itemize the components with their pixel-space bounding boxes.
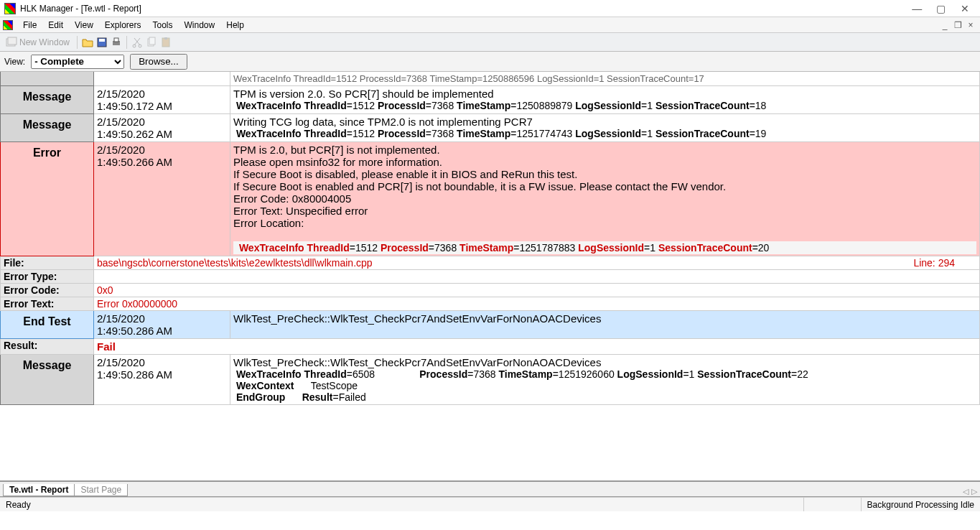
- menu-explorers[interactable]: Explorers: [99, 19, 147, 32]
- svg-rect-5: [114, 38, 118, 42]
- open-icon[interactable]: [82, 37, 93, 48]
- tab-report[interactable]: Te.wtl - Report: [3, 484, 75, 496]
- save-icon[interactable]: [96, 37, 108, 48]
- paste-icon[interactable]: [160, 37, 172, 48]
- tab-next-button[interactable]: ▷: [971, 487, 977, 496]
- log-row: Message 2/15/20201:49:50.262 AM Writing …: [1, 114, 980, 142]
- row-message: Writing TCG log data, since TPM2.0 is no…: [233, 116, 976, 128]
- endtest-row: End Test 2/15/20201:49:50.286 AM WlkTest…: [1, 311, 980, 339]
- row-type: Message: [1, 86, 94, 114]
- filter-bar: View: - Complete Browse...: [0, 52, 980, 72]
- svg-rect-9: [149, 37, 155, 45]
- row-type: Message: [1, 114, 94, 142]
- log-row: Message 2/15/20201:49:50.286 AM WlkTest_…: [1, 355, 980, 405]
- toolbar: New Window: [0, 33, 980, 52]
- status-bg: Background Processing Idle: [861, 498, 980, 511]
- mdi-restore-button[interactable]: ❐: [951, 20, 964, 30]
- row-trace: WexTraceInfo ThreadId=1512 ProcessId=736…: [233, 100, 976, 111]
- menu-tools[interactable]: Tools: [147, 19, 179, 32]
- print-icon[interactable]: [111, 37, 122, 48]
- new-window-icon: [6, 37, 17, 48]
- app-icon-small: [3, 20, 13, 30]
- log-row: Message 2/15/20201:49:50.172 AM TPM is v…: [1, 86, 980, 114]
- close-button[interactable]: ✕: [954, 3, 976, 14]
- tab-prev-button[interactable]: ◁: [963, 487, 969, 496]
- status-ready: Ready: [0, 498, 803, 511]
- view-label: View:: [4, 57, 25, 67]
- mdi-close-button[interactable]: ×: [964, 20, 977, 30]
- menu-edit[interactable]: Edit: [42, 19, 69, 32]
- svg-rect-11: [164, 37, 167, 39]
- status-bar: Ready Background Processing Idle: [0, 497, 980, 511]
- row-trace: WexTraceInfo ThreadId=1512 ProcessId=736…: [233, 128, 976, 139]
- menu-help[interactable]: Help: [220, 19, 250, 32]
- document-tabs: Te.wtl - Report Start Page ◁▷: [0, 481, 980, 497]
- browse-button[interactable]: Browse...: [130, 54, 187, 70]
- svg-rect-3: [99, 39, 105, 42]
- row-message: TPM is version 2.0. So PCR[7] should be …: [233, 88, 976, 100]
- maximize-button[interactable]: ▢: [930, 3, 952, 14]
- menu-bar: File Edit View Explorers Tools Window He…: [0, 17, 980, 33]
- new-window-button[interactable]: New Window: [3, 37, 73, 48]
- menu-window[interactable]: Window: [179, 19, 221, 32]
- row-type: Error: [1, 142, 94, 256]
- title-bar: HLK Manager - [Te.wtl - Report] — ▢ ✕: [0, 0, 980, 17]
- tab-startpage[interactable]: Start Page: [74, 484, 128, 496]
- mdi-minimize-button[interactable]: _: [938, 20, 951, 30]
- row-type: Message: [1, 355, 94, 405]
- error-row: Error 2/15/20201:49:50.266 AM TPM is 2.0…: [1, 142, 980, 256]
- minimize-button[interactable]: —: [906, 3, 928, 14]
- partial-trace: WexTraceInfo ThreadId=1512 ProcessId=736…: [230, 72, 980, 86]
- copy-icon[interactable]: [146, 37, 157, 48]
- app-icon: [4, 3, 16, 14]
- menu-view[interactable]: View: [69, 19, 99, 32]
- error-trace: WexTraceInfo ThreadId=1512 ProcessId=736…: [233, 241, 976, 254]
- menu-file[interactable]: File: [17, 19, 42, 32]
- svg-rect-1: [8, 37, 17, 45]
- result-value: Fail: [97, 340, 116, 353]
- endtest-msg: WlkTest_PreCheck::WlkTest_CheckPcr7AndSe…: [233, 312, 976, 325]
- view-select[interactable]: - Complete: [31, 55, 124, 69]
- window-title: HLK Manager - [Te.wtl - Report]: [20, 4, 906, 14]
- row-message: WlkTest_PreCheck::WlkTest_CheckPcr7AndSe…: [233, 356, 976, 368]
- cut-icon[interactable]: [131, 37, 143, 48]
- log-area[interactable]: WexTraceInfo ThreadId=1512 ProcessId=736…: [0, 72, 980, 481]
- row-type: End Test: [1, 311, 94, 339]
